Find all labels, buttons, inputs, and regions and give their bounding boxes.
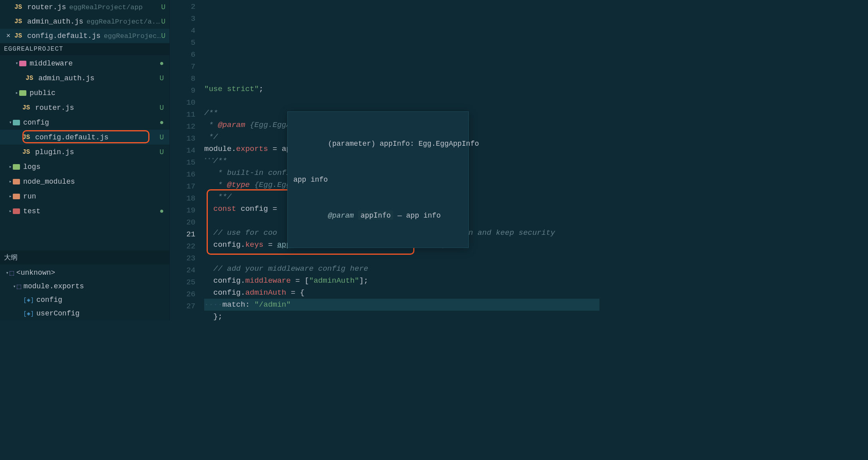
hover-signature: (parameter) appInfo: Egg.EggAppInfo — [293, 132, 463, 156]
file-tree-item[interactable]: middleware● — [0, 56, 169, 71]
line-number: 3 — [170, 13, 195, 25]
chevron-right-icon — [8, 193, 13, 199]
line-number: 19 — [170, 204, 195, 216]
folder-icon — [13, 120, 20, 125]
code-line[interactable]: }; — [204, 311, 599, 320]
open-editor-tab[interactable]: JSrouter.jseggRealProject/appU — [0, 0, 169, 14]
outline-item[interactable]: ⬚<unknown> — [0, 266, 169, 280]
line-number: 22 — [170, 240, 195, 252]
line-number: 8 — [170, 73, 195, 85]
tree-item-label: config.default.js — [35, 133, 109, 141]
hover-doc: app info — [293, 176, 463, 184]
line-number: 21 — [170, 228, 195, 240]
hover-param: @param appInfo — app info — [293, 203, 463, 228]
variable-icon: [◈] — [23, 310, 34, 317]
file-tree-item[interactable]: node_modules — [0, 174, 169, 189]
file-tree-item[interactable]: test● — [0, 204, 169, 218]
outline-item[interactable]: [◈]userConfig — [0, 307, 169, 320]
folder-icon — [19, 90, 26, 96]
line-number: 4 — [170, 25, 195, 37]
outline-item-label: module.exports — [24, 282, 84, 290]
tree-item-label: logs — [23, 163, 40, 171]
open-editor-tab[interactable]: ×JSconfig.default.jseggRealProject...U — [0, 29, 169, 43]
folder-icon — [13, 164, 20, 170]
chevron-down-icon — [14, 60, 19, 66]
line-number: 12 — [170, 121, 195, 133]
outline-header[interactable]: 大纲 — [0, 250, 169, 264]
outline-item-label: config — [36, 296, 62, 304]
code-line[interactable]: ····match: "/admin" — [204, 299, 599, 311]
code-line[interactable]: config.middleware = ["adminAuth"]; — [204, 275, 599, 287]
git-status-badge: U — [161, 18, 165, 26]
line-number: 6 — [170, 49, 195, 61]
open-editor-path: eggRealProject/a... — [86, 18, 161, 26]
file-tree-item[interactable]: JSadmin_auth.jsU — [0, 71, 169, 85]
tree-item-label: middleware — [30, 59, 73, 67]
outline-item[interactable]: ⬚module.exports — [0, 280, 169, 293]
file-tree-item[interactable]: run — [0, 189, 169, 204]
git-status-badge: U — [161, 3, 165, 11]
variable-icon: [◈] — [23, 296, 34, 304]
line-number: 7 — [170, 61, 195, 73]
cube-icon: ⬚ — [17, 282, 21, 291]
code-editor[interactable]: 2345678910111213141516171819202122232425… — [170, 0, 599, 320]
code-line[interactable] — [204, 71, 599, 83]
git-modified-dot-icon: ● — [159, 59, 164, 67]
file-tree-item[interactable]: JSconfig.default.jsU — [0, 130, 169, 145]
folder-icon — [19, 61, 26, 66]
git-status-badge: U — [159, 148, 164, 156]
file-tree-item[interactable]: config● — [0, 115, 169, 130]
line-number-gutter: 2345678910111213141516171819202122232425… — [170, 0, 204, 320]
line-number: 16 — [170, 169, 195, 180]
tree-item-label: node_modules — [23, 178, 75, 186]
line-number: 18 — [170, 192, 195, 204]
close-icon[interactable]: × — [5, 32, 12, 40]
tree-item-label: test — [23, 207, 40, 215]
file-tree-item[interactable]: logs — [0, 159, 169, 174]
file-tree-item[interactable]: JSrouter.jsU — [0, 100, 169, 115]
outline-item-label: userConfig — [36, 309, 80, 317]
outline-item[interactable]: [◈]config — [0, 293, 169, 307]
line-number: 13 — [170, 133, 195, 145]
code-line[interactable] — [204, 251, 599, 263]
tree-item-label: admin_auth.js — [38, 74, 94, 82]
line-number: 11 — [170, 109, 195, 121]
tree-item-label: config — [23, 119, 49, 127]
line-number: 26 — [170, 288, 195, 300]
folder-icon — [13, 194, 20, 199]
tree-item-label: router.js — [35, 104, 74, 112]
code-line[interactable]: "use strict"; — [204, 83, 599, 95]
code-area[interactable]: (parameter) appInfo: Egg.EggAppInfo app … — [204, 0, 599, 320]
chevron-right-icon — [8, 178, 13, 184]
chevron-down-icon — [8, 119, 13, 125]
js-file-icon: JS — [14, 18, 24, 25]
git-modified-dot-icon: ● — [159, 119, 164, 127]
project-header[interactable]: EGGREALPROJECT — [0, 43, 169, 55]
file-tree-item[interactable]: JSplugin.jsU — [0, 145, 169, 159]
line-number: 15 — [170, 157, 195, 169]
file-tree-item[interactable]: public — [0, 85, 169, 100]
code-line[interactable] — [204, 95, 599, 107]
code-line[interactable]: config.adminAuth = { — [204, 287, 599, 299]
line-number: 17 — [170, 180, 195, 192]
folder-icon — [13, 208, 20, 214]
code-line[interactable]: // add your middleware config here — [204, 263, 599, 275]
open-editor-path: eggRealProject... — [104, 32, 161, 40]
js-file-icon: JS — [22, 149, 32, 156]
line-number: 9 — [170, 85, 195, 97]
git-status-badge: U — [161, 32, 165, 40]
intellisense-hover: (parameter) appInfo: Egg.EggAppInfo app … — [287, 111, 469, 248]
js-file-icon: JS — [22, 134, 32, 141]
line-number: 14 — [170, 145, 195, 157]
outline: ⬚<unknown> ⬚module.exports[◈]config[◈]us… — [0, 264, 169, 320]
js-file-icon: JS — [14, 4, 24, 11]
cube-icon: ⬚ — [10, 268, 14, 277]
chevron-down-icon — [12, 284, 17, 289]
tree-item-label: run — [23, 192, 36, 200]
git-status-badge: U — [159, 104, 164, 112]
line-number: 5 — [170, 37, 195, 49]
folder-icon — [13, 179, 20, 184]
open-editor-tab[interactable]: JSadmin_auth.jseggRealProject/a...U — [0, 14, 169, 29]
open-editors: JSrouter.jseggRealProject/appUJSadmin_au… — [0, 0, 169, 43]
outline-item-label: <unknown> — [16, 269, 55, 277]
